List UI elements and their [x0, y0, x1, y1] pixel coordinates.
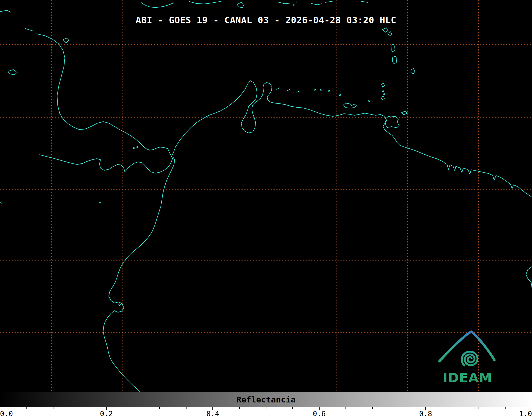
coastline-path [119, 304, 120, 305]
coastline-path [277, 2, 290, 4]
coastline-path [526, 267, 532, 288]
coastline-path [384, 94, 385, 95]
coastline-path [343, 103, 357, 108]
ideam-logo: IDEAM [438, 329, 497, 391]
colorbar-tick [239, 407, 240, 409]
coastline-path [296, 2, 297, 3]
colorbar-tick [345, 407, 346, 409]
colorbar-tick-label: 0.4 [206, 410, 219, 417]
coastline-path [287, 89, 290, 91]
map-area: ABI - GOES 19 - CANAL 03 - 2026-04-28 03… [0, 0, 532, 392]
coastline-path [63, 38, 69, 43]
coastline-path [0, 10, 11, 12]
colorbar-tick [479, 407, 479, 409]
coastline-path [383, 91, 384, 92]
coastline-path [8, 70, 17, 75]
colorbar-tick [186, 407, 187, 409]
coastline-path [25, 29, 33, 31]
coastline-path [293, 4, 294, 5]
coastline-path [311, 3, 322, 5]
colorbar-tick-label: 0.2 [100, 410, 113, 417]
coastline-path [141, 3, 174, 7]
coastline-path [297, 91, 300, 92]
coastline-path [189, 1, 221, 4]
ideam-logo-graphic [438, 329, 497, 372]
coastline-path [320, 90, 321, 91]
coastline-path [361, 1, 368, 2]
colorbar-tick-label: 0.8 [419, 410, 432, 417]
coastline-path [328, 90, 330, 91]
colorbar-tick [292, 407, 293, 409]
colorbar-tick-label: 0.6 [313, 410, 326, 417]
coastline-path [277, 88, 280, 89]
mountain-icon [439, 332, 494, 361]
colorbar-tick [159, 407, 160, 409]
colorbar-tick [53, 407, 53, 409]
colorbar: Reflectancia [0, 392, 532, 407]
coastline-path [1, 202, 2, 203]
coastline-path [137, 146, 138, 148]
coastline-path [37, 34, 532, 197]
coastline-path [411, 68, 415, 74]
coastline-path [383, 28, 388, 32]
coastline-path [340, 95, 341, 96]
coastline-path [237, 2, 244, 8]
coastline-path [391, 44, 395, 52]
colorbar-tick [266, 407, 266, 409]
colorbar-tick [372, 407, 373, 409]
colorbar-tick [133, 407, 133, 409]
colorbar-tick [505, 407, 506, 409]
coastline-path [325, 1, 332, 2]
image-title: ABI - GOES 19 - CANAL 03 - 2026-04-28 03… [0, 15, 532, 25]
satellite-image-view: ABI - GOES 19 - CANAL 03 - 2026-04-28 03… [0, 0, 532, 417]
coastline-path [314, 89, 316, 90]
colorbar-label: Reflectancia [0, 392, 532, 407]
coastline-path [368, 101, 370, 102]
coastline-path [381, 83, 385, 87]
coastline-path [99, 202, 101, 203]
colorbar-tick [80, 407, 80, 409]
coastline-path [133, 148, 134, 149]
colorbar-tick [452, 407, 452, 409]
coastline-path [392, 56, 397, 64]
coastline-path [40, 155, 175, 392]
colorbar-axis: 0.00.20.40.60.81.0 [0, 407, 532, 417]
coastline-path [402, 111, 407, 115]
ideam-logo-text: IDEAM [438, 370, 497, 386]
colorbar-tick-label: 0.0 [0, 410, 13, 417]
spiral-icon [462, 352, 478, 365]
colorbar-tick [26, 407, 27, 409]
coastline-path [388, 32, 392, 36]
colorbar-tick-label: 1.0 [519, 410, 532, 417]
coastline-path [381, 96, 384, 100]
colorbar-tick [399, 407, 399, 409]
